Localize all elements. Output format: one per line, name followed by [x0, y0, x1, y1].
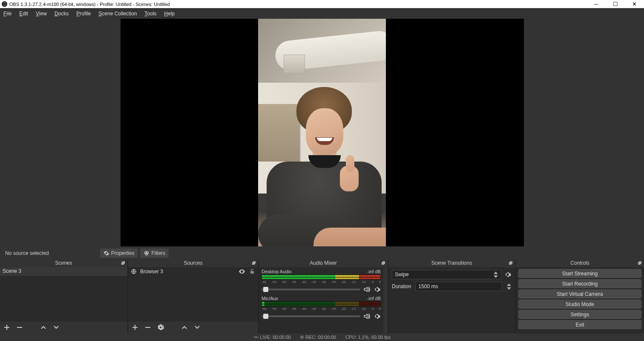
gear-icon — [104, 250, 109, 256]
audio-channel-mic: Mic/Aux-inf dB -60-55-50-45-40-35-30-25-… — [262, 296, 381, 320]
volume-slider[interactable] — [262, 315, 360, 317]
duration-input[interactable]: 1500 ms — [415, 282, 502, 291]
duration-label: Duration — [392, 283, 411, 289]
chevron-down-icon — [194, 324, 201, 331]
sources-header: Sources — [128, 260, 258, 267]
start-recording-button[interactable]: Start Recording — [518, 279, 641, 288]
start-streaming-button[interactable]: Start Streaming — [518, 269, 641, 278]
transition-settings-button[interactable] — [504, 271, 512, 278]
sources-dock: Sources Browser 3 — [128, 260, 258, 333]
slider-thumb[interactable] — [263, 287, 268, 292]
no-source-label: No source selected — [2, 250, 52, 256]
duration-spinner[interactable] — [506, 283, 512, 290]
meter-ticks: -60-55-50-45-40-35-30-25-20-15-10-50 — [262, 307, 381, 311]
gear-icon — [373, 286, 381, 293]
source-item[interactable]: Browser 3 — [128, 267, 258, 276]
transitions-header: Scene Transitions — [388, 260, 515, 267]
start-virtual-camera-button[interactable]: Start Virtual Camera — [518, 289, 641, 298]
scene-item[interactable]: Scene 3 — [0, 267, 127, 276]
broadcast-icon — [253, 335, 259, 340]
menu-tools[interactable]: Tools — [144, 11, 156, 17]
transitions-body: Swipe Duration 1500 ms — [388, 267, 515, 333]
minus-icon — [144, 324, 151, 331]
scene-down-button[interactable] — [53, 324, 60, 331]
source-name: Browser 3 — [140, 269, 163, 275]
sources-toolbar — [128, 321, 258, 333]
menu-file[interactable]: File — [3, 11, 12, 17]
scenes-header: Scenes — [0, 260, 127, 267]
settings-button[interactable]: Settings — [518, 310, 641, 319]
properties-button[interactable]: Properties — [100, 249, 138, 258]
rec-status: REC: 00:00:00 — [300, 335, 336, 340]
popout-icon[interactable] — [121, 260, 126, 266]
chevron-down-icon — [53, 324, 60, 331]
source-settings-button[interactable] — [157, 324, 164, 331]
channel-name: Mic/Aux — [262, 296, 278, 301]
scenes-dock: Scenes Scene 3 — [0, 260, 127, 333]
scenes-toolbar — [0, 321, 127, 333]
channel-settings-button[interactable] — [373, 286, 381, 293]
add-source-button[interactable] — [132, 324, 138, 331]
close-button[interactable]: ✕ — [625, 0, 644, 8]
remove-source-button[interactable] — [144, 324, 151, 331]
channel-settings-button[interactable] — [373, 312, 381, 320]
gear-icon — [373, 312, 381, 320]
lock-toggle[interactable] — [249, 268, 256, 275]
gear-icon — [504, 271, 512, 278]
menu-scene-collection[interactable]: Scene Collection — [98, 11, 137, 17]
transition-select[interactable]: Swipe — [392, 270, 501, 279]
gear-icon — [157, 324, 164, 331]
studio-mode-button[interactable]: Studio Mode — [518, 300, 641, 309]
window-titlebar: OBS 1.3.1-27.2.4-m100 (64-bit, windows) … — [0, 0, 644, 8]
audio-mixer-body: Desktop Audio-inf dB -60-55-50-45-40-35-… — [259, 267, 388, 333]
scene-up-button[interactable] — [40, 324, 47, 331]
popout-icon[interactable] — [637, 260, 642, 266]
exit-button[interactable]: Exit — [518, 320, 641, 329]
popout-icon[interactable] — [251, 260, 256, 266]
meter-ticks: -60-55-50-45-40-35-30-25-20-15-10-50 — [262, 280, 381, 284]
docks-container: Scenes Scene 3 Sources Browser 3 — [0, 260, 644, 333]
volume-slider[interactable] — [262, 289, 360, 290]
channel-level: -inf dB — [367, 269, 381, 274]
scenes-list[interactable]: Scene 3 — [0, 267, 127, 321]
sources-list[interactable]: Browser 3 — [128, 267, 258, 321]
speaker-icon — [363, 312, 371, 320]
slider-thumb[interactable] — [263, 314, 268, 319]
obs-logo-icon — [2, 1, 7, 7]
add-scene-button[interactable] — [3, 324, 10, 331]
audio-mixer-dock: Audio Mixer Desktop Audio-inf dB -60-55-… — [259, 260, 388, 333]
menu-profile[interactable]: Profile — [76, 11, 91, 17]
mute-button[interactable] — [363, 312, 371, 320]
globe-icon — [131, 269, 137, 275]
menu-edit[interactable]: Edit — [19, 11, 28, 17]
menu-docks[interactable]: Docks — [55, 11, 69, 17]
source-up-button[interactable] — [181, 324, 188, 331]
mute-button[interactable] — [363, 286, 371, 293]
chevron-down-icon — [494, 275, 498, 278]
minimize-button[interactable]: ─ — [586, 0, 606, 8]
chevron-up-icon — [494, 272, 498, 274]
channel-name: Desktop Audio — [262, 269, 292, 274]
chevron-up-icon — [507, 283, 511, 286]
popout-icon[interactable] — [381, 260, 386, 266]
controls-body: Start Streaming Start Recording Start Vi… — [516, 267, 644, 333]
cpu-status: CPU: 1.1%, 60.00 fps — [345, 335, 391, 340]
chevron-up-icon — [40, 324, 47, 331]
channel-level: -inf dB — [367, 296, 381, 301]
source-down-button[interactable] — [194, 324, 201, 331]
select-spinner[interactable] — [493, 271, 498, 278]
maximize-button[interactable]: ☐ — [606, 0, 625, 8]
vu-meter — [262, 301, 381, 306]
menu-help[interactable]: Help — [164, 11, 175, 17]
popout-icon[interactable] — [508, 260, 513, 266]
vu-meter — [262, 275, 381, 280]
speaker-icon — [363, 286, 371, 293]
remove-scene-button[interactable] — [16, 324, 23, 331]
controls-dock: Controls Start Streaming Start Recording… — [516, 260, 644, 333]
visibility-toggle[interactable] — [239, 268, 245, 275]
menu-view[interactable]: View — [36, 11, 47, 17]
preview-canvas[interactable] — [121, 19, 524, 246]
svg-point-4 — [255, 336, 257, 338]
filters-button[interactable]: Filters — [140, 249, 169, 258]
audio-channel-desktop: Desktop Audio-inf dB -60-55-50-45-40-35-… — [262, 269, 381, 293]
